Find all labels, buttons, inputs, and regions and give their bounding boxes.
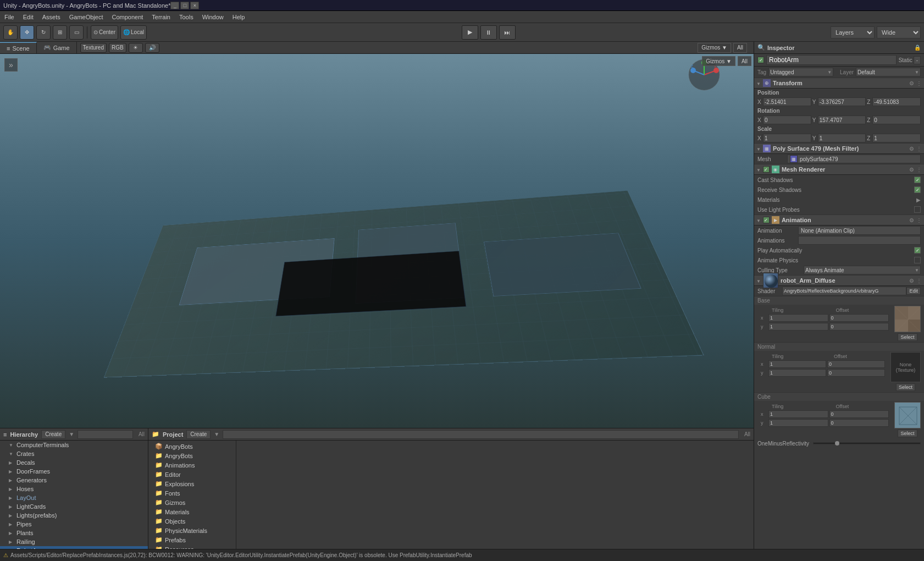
mesh-renderer-gear-icon[interactable]: ⚙: [909, 167, 914, 173]
hierarchy-filter[interactable]: [78, 430, 133, 439]
hier-item-lightcards[interactable]: ▶LightCards: [0, 502, 148, 511]
hier-item-layout[interactable]: ▶LayOut: [0, 493, 148, 502]
culling-type-dropdown[interactable]: Always Animate ▼: [804, 266, 921, 274]
menu-terrain[interactable]: Terrain: [150, 13, 173, 21]
normal-offset-x[interactable]: 0: [827, 360, 885, 368]
menu-gameobject[interactable]: GameObject: [67, 13, 106, 21]
hier-item-decals[interactable]: ▶Decals: [0, 458, 148, 467]
play-auto-checkbox[interactable]: [914, 247, 921, 254]
transform-gear-icon[interactable]: ⚙: [909, 80, 914, 86]
base-offset-y[interactable]: 0: [829, 323, 889, 331]
scale-x-value[interactable]: 1: [763, 134, 811, 142]
scale-z-value[interactable]: 1: [872, 134, 921, 142]
gizmos-btn[interactable]: Gizmos ▼: [698, 43, 731, 53]
all-btn[interactable]: All: [733, 43, 747, 53]
mesh-filter-gear-icon[interactable]: ⚙: [909, 146, 914, 152]
tag-dropdown[interactable]: Untagged ▼: [768, 68, 833, 76]
local-global-btn[interactable]: 🌐 Local: [120, 25, 147, 40]
hier-item-robotarm[interactable]: ▶RobotArm: [0, 546, 148, 549]
project-create-btn[interactable]: Create: [186, 430, 211, 439]
mesh-renderer-header[interactable]: ✓ ◉ Mesh Renderer ⚙ ⋮: [754, 164, 924, 175]
static-dropdown[interactable]: -: [914, 56, 921, 64]
rot-x-value[interactable]: 0: [763, 116, 811, 124]
layout-dropdown[interactable]: Wide: [877, 26, 921, 38]
layers-dropdown[interactable]: Layers: [831, 26, 875, 38]
normal-tiling-x[interactable]: 1: [768, 360, 826, 368]
hier-item-plants[interactable]: ▶Plants: [0, 529, 148, 537]
animate-physics-checkbox[interactable]: [914, 257, 921, 263]
hier-item-crates[interactable]: ▼Crates: [0, 449, 148, 458]
hier-item-railing[interactable]: ▶Railing: [0, 537, 148, 546]
proj-folder-materials[interactable]: 📁Materials: [148, 507, 236, 516]
center-pivot-btn[interactable]: ⊙ Center: [91, 25, 118, 40]
menu-edit[interactable]: Edit: [21, 13, 36, 21]
material-header[interactable]: robot_Arm_Diffuse ⚙ ⋮: [754, 275, 924, 286]
shader-edit-btn[interactable]: Edit: [906, 287, 921, 295]
transform-component-header[interactable]: ⊕ Transform ⚙ ⋮: [754, 78, 924, 89]
proj-folder-fonts[interactable]: 📁Fonts: [148, 488, 236, 498]
mesh-renderer-checkbox[interactable]: ✓: [763, 166, 770, 173]
pos-y-value[interactable]: -3.376257: [818, 97, 866, 106]
menu-window[interactable]: Window: [200, 13, 226, 21]
use-light-probes-checkbox[interactable]: [914, 206, 921, 213]
animation-gear-icon[interactable]: ⚙: [909, 217, 914, 223]
cube-offset-x[interactable]: 0: [829, 410, 889, 418]
material-menu-icon[interactable]: ⋮: [916, 278, 922, 284]
hier-item-generators[interactable]: ▶Generators: [0, 476, 148, 485]
rgb-btn[interactable]: RGB: [109, 43, 126, 53]
scale-y-value[interactable]: 1: [818, 134, 866, 142]
shader-dropdown[interactable]: AngryBots/ReflectiveBackgroundArbitraryG: [782, 287, 906, 295]
object-enabled-checkbox[interactable]: ✓: [757, 57, 764, 63]
hier-item-hoses[interactable]: ▶Hoses: [0, 485, 148, 493]
animation-clip-value[interactable]: None (Animation Clip): [798, 226, 921, 235]
proj-folder-angrybots[interactable]: 📁AngryBots: [148, 451, 236, 460]
inspector-lock-icon[interactable]: 🔒: [914, 45, 921, 51]
materials-expand-icon[interactable]: ▶: [916, 197, 921, 203]
nav-arrows-btn[interactable]: »: [4, 58, 18, 72]
hand-tool[interactable]: ✋: [3, 25, 18, 40]
scale-tool[interactable]: ⊞: [53, 25, 67, 40]
cast-shadows-checkbox[interactable]: [914, 177, 921, 183]
move-tool[interactable]: ✥: [20, 25, 34, 40]
animation-checkbox[interactable]: ✓: [763, 217, 770, 223]
minimize-btn[interactable]: _: [170, 2, 179, 9]
cube-tiling-y[interactable]: 1: [768, 419, 828, 427]
normal-offset-y[interactable]: 0: [827, 369, 885, 377]
transform-menu-icon[interactable]: ⋮: [916, 80, 922, 86]
menu-help[interactable]: Help: [230, 13, 247, 21]
base-select-btn[interactable]: Select: [898, 333, 917, 341]
close-btn[interactable]: ×: [190, 2, 199, 9]
object-name-input[interactable]: [766, 55, 897, 65]
rot-z-value[interactable]: 0: [872, 116, 921, 124]
base-tiling-y[interactable]: 1: [768, 323, 828, 331]
proj-folder-editor[interactable]: 📁Editor: [148, 470, 236, 479]
hier-item-lightsprefabs[interactable]: ▶Lights(prefabs): [0, 511, 148, 520]
mesh-renderer-menu-icon[interactable]: ⋮: [916, 167, 922, 173]
menu-assets[interactable]: Assets: [40, 13, 63, 21]
tab-scene[interactable]: ≡ Scene: [0, 42, 37, 53]
animation-header[interactable]: ✓ ▶ Animation ⚙ ⋮: [754, 215, 924, 226]
menu-file[interactable]: File: [2, 13, 16, 21]
normal-select-btn[interactable]: Select: [896, 383, 915, 391]
layer-dropdown[interactable]: Default ▼: [856, 68, 921, 76]
textured-btn[interactable]: Textured: [80, 43, 107, 53]
proj-folder-physicmaterials[interactable]: 📁PhysicMaterials: [148, 526, 236, 535]
mesh-filter-menu-icon[interactable]: ⋮: [916, 146, 922, 152]
base-offset-x[interactable]: 0: [829, 314, 889, 322]
cube-offset-y[interactable]: 0: [829, 419, 889, 427]
gizmos-overlay-btn[interactable]: Gizmos ▼: [702, 56, 735, 66]
material-gear-icon[interactable]: ⚙: [909, 278, 914, 284]
base-tiling-x[interactable]: 1: [768, 314, 828, 322]
play-btn[interactable]: ▶: [462, 25, 478, 40]
proj-folder-angrybots[interactable]: 📦AngryBots: [148, 442, 236, 451]
all-overlay-btn[interactable]: All: [738, 56, 751, 66]
menu-tools[interactable]: Tools: [177, 13, 196, 21]
proj-folder-prefabs[interactable]: 📁Prefabs: [148, 535, 236, 544]
normal-tiling-y[interactable]: 1: [768, 369, 826, 377]
rot-y-value[interactable]: 157.4707: [818, 116, 866, 124]
pos-z-value[interactable]: -49.51083: [872, 97, 921, 106]
window-controls[interactable]: _ □ ×: [170, 2, 199, 9]
cube-tiling-x[interactable]: 1: [768, 410, 828, 418]
rect-tool[interactable]: ▭: [69, 25, 84, 40]
tab-game[interactable]: 🎮 Game: [37, 42, 77, 53]
